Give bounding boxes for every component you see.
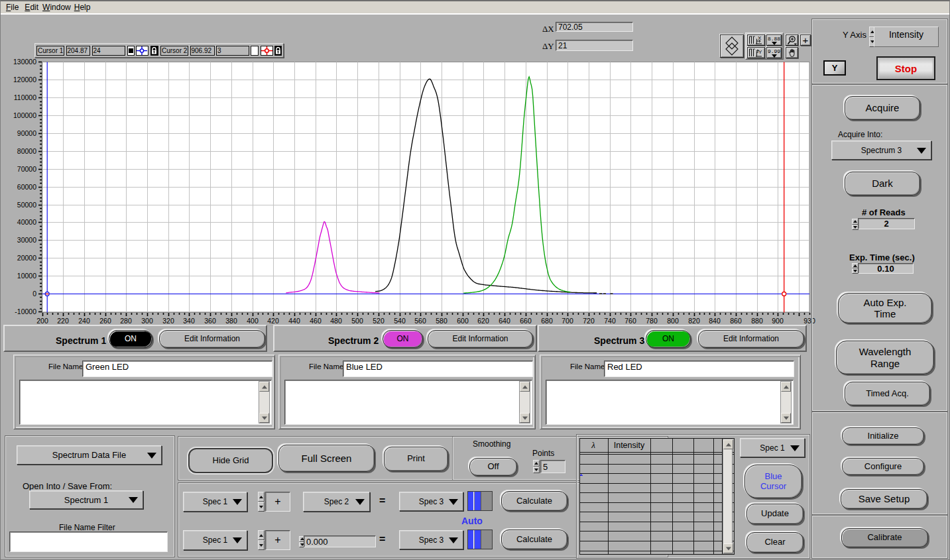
svg-text:700: 700 (562, 317, 573, 325)
svg-text:30000: 30000 (17, 236, 36, 244)
svg-text:400: 400 (247, 317, 259, 325)
svg-text:10000: 10000 (17, 272, 36, 280)
svg-text:380: 380 (225, 317, 237, 325)
svg-text:Intensity: Intensity (614, 441, 645, 450)
svg-text:40000: 40000 (17, 218, 36, 226)
svg-text:500: 500 (351, 317, 363, 325)
svg-text:50000: 50000 (17, 201, 36, 209)
svg-text:680: 680 (541, 317, 553, 325)
svg-text:520: 520 (373, 317, 385, 325)
svg-text:80000: 80000 (17, 147, 36, 155)
svg-text:260: 260 (99, 317, 111, 325)
svg-text:300: 300 (141, 317, 153, 325)
svg-text:0: 0 (32, 290, 36, 298)
svg-text:420: 420 (267, 317, 279, 325)
svg-text:460: 460 (310, 317, 322, 325)
svg-text:540: 540 (394, 317, 406, 325)
svg-text:360: 360 (204, 317, 216, 325)
svg-text:720: 720 (583, 317, 595, 325)
svg-text:320: 320 (162, 317, 174, 325)
svg-text:480: 480 (330, 317, 342, 325)
svg-text:580: 580 (436, 317, 447, 325)
svg-text:90000: 90000 (17, 129, 36, 137)
svg-text:130000: 130000 (13, 58, 36, 66)
svg-text:900: 900 (772, 317, 784, 325)
svg-text:-10000: -10000 (15, 308, 36, 315)
svg-text:220: 220 (57, 317, 69, 325)
svg-text:340: 340 (183, 317, 195, 325)
svg-text:240: 240 (78, 317, 90, 325)
svg-text:560: 560 (414, 317, 426, 325)
svg-text:20000: 20000 (17, 254, 36, 262)
svg-text:620: 620 (477, 317, 489, 325)
svg-text:660: 660 (520, 317, 532, 325)
svg-text:760: 760 (624, 317, 636, 325)
svg-text:110000: 110000 (14, 93, 36, 101)
svg-text:840: 840 (709, 317, 721, 325)
svg-text:Y: Y (758, 49, 762, 55)
svg-text:740: 740 (604, 317, 616, 325)
svg-text:120000: 120000 (13, 76, 36, 84)
svg-text:800: 800 (667, 317, 679, 325)
svg-text:70000: 70000 (17, 165, 36, 173)
svg-text:200: 200 (36, 317, 48, 325)
svg-text:820: 820 (688, 317, 700, 325)
svg-text:600: 600 (457, 317, 469, 325)
svg-text:60000: 60000 (17, 183, 36, 191)
svg-text:640: 640 (499, 317, 510, 325)
svg-text:860: 860 (730, 317, 742, 325)
svg-text:280: 280 (120, 317, 132, 325)
svg-text:λ: λ (591, 440, 595, 450)
svg-text:880: 880 (751, 317, 763, 325)
svg-text:440: 440 (288, 317, 300, 325)
svg-text:780: 780 (646, 317, 658, 325)
svg-text:100000: 100000 (13, 111, 36, 119)
